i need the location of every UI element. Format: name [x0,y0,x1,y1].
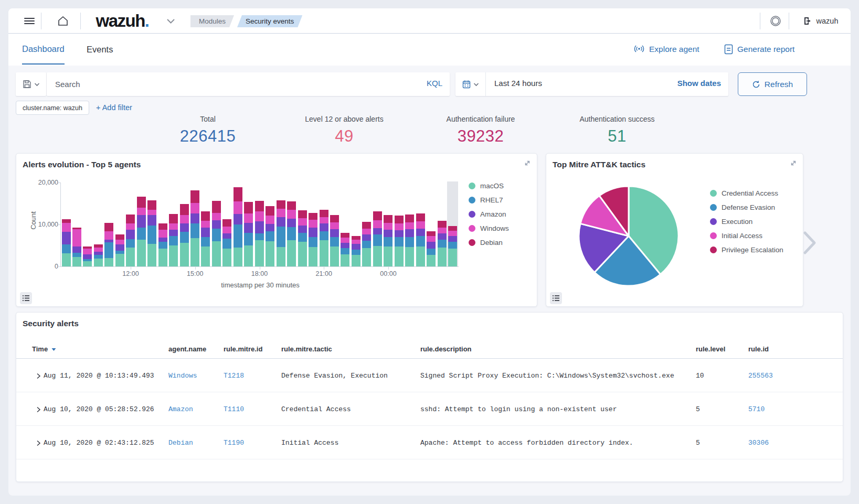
generate-report-label: Generate report [737,45,794,54]
column-header-time[interactable]: Time [32,345,56,353]
bar-segment-Windows [362,229,371,234]
x-axis [58,266,459,267]
bar-segment-macOS [222,249,231,266]
bar-02:00[interactable] [426,183,437,266]
bar-segment-macOS [395,246,404,266]
chevron-down-icon[interactable] [162,8,179,34]
add-filter-button[interactable]: + Add filter [96,103,132,112]
legend-item-execution[interactable]: Execution [710,215,783,229]
bar-segment-Debian [222,219,231,227]
refresh-button[interactable]: Refresh [738,72,807,96]
inspect-data-button[interactable] [20,292,32,304]
bar-01:30[interactable] [415,183,426,266]
bar-12:30[interactable] [136,183,146,266]
bar-21:00[interactable] [319,183,329,266]
bar-14:30[interactable] [179,183,189,266]
legend-item-privilege-escalation[interactable]: Privilege Escalation [710,243,783,257]
expand-row-icon[interactable] [36,373,41,381]
generate-report-button[interactable]: Generate report [724,34,794,65]
rule-id-link[interactable]: 255563 [748,372,773,380]
bar-17:00[interactable] [232,183,243,266]
bar-09:00[interactable] [61,183,71,266]
bar-13:30[interactable] [157,183,168,266]
tab-dashboard[interactable]: Dashboard [22,34,65,65]
inspect-data-button[interactable] [550,292,562,304]
bar-12:00[interactable] [125,183,136,266]
bar-19:00[interactable] [275,183,286,266]
filter-chip-cluster-name[interactable]: cluster.name: wazuh [16,101,89,115]
bar-16:00[interactable] [211,183,221,266]
legend-item-RHEL7[interactable]: RHEL7 [469,193,509,207]
wazuh-logo[interactable]: wazuh. [88,8,156,34]
bar-02:30[interactable] [437,183,447,266]
bar-segment-Windows [126,223,135,230]
column-header-agent-name: agent.name [168,345,206,353]
bar-22:30[interactable] [351,183,361,266]
bar-03:00[interactable] [448,183,458,266]
saved-query-button[interactable] [16,72,46,96]
rule-mitre-id-link[interactable]: T1218 [224,372,244,380]
rule-id-link[interactable]: 30306 [748,439,769,447]
breadcrumb-modules[interactable]: Modules [190,15,234,27]
bar-10:30[interactable] [93,183,103,266]
explore-agent-button[interactable]: Explore agent [633,34,699,65]
x-tick-label: 00:00 [373,270,404,277]
bar-20:30[interactable] [308,183,319,266]
expand-row-icon[interactable] [36,440,41,448]
bar-18:00[interactable] [254,183,264,266]
bar-00:00[interactable] [383,183,394,266]
bar-segment-Windows [72,229,81,247]
expand-row-icon[interactable] [36,406,41,415]
legend-item-Windows[interactable]: Windows [469,221,509,235]
bar-23:30[interactable] [372,183,383,266]
agent-name-link[interactable]: Windows [168,372,197,380]
bar-10:00[interactable] [82,183,93,266]
home-icon[interactable] [48,8,78,34]
menu-icon[interactable] [18,8,41,34]
agent-name-link[interactable]: Debian [168,439,193,447]
search-input[interactable] [47,72,450,96]
rule-id-link[interactable]: 5710 [748,405,765,413]
expand-icon[interactable] [523,159,532,167]
calendar-button[interactable] [455,72,486,96]
next-panel-chevron-icon[interactable] [801,230,819,256]
bar-14:00[interactable] [168,183,179,266]
rule-mitre-id-link[interactable]: T1190 [224,439,244,447]
user-menu[interactable]: wazuh [796,8,846,34]
bar-18:30[interactable] [265,183,275,266]
bar-23:00[interactable] [362,183,372,266]
bar-15:30[interactable] [200,183,211,266]
agent-name-link[interactable]: Amazon [168,405,193,413]
breadcrumb-security-events[interactable]: Security events [237,15,302,27]
bar-09:30[interactable] [71,183,82,266]
time-range-value[interactable]: Last 24 hours [494,79,542,88]
bar-16:30[interactable] [222,183,232,266]
expand-icon[interactable] [789,159,798,167]
legend-item-credential-access[interactable]: Credential Access [710,186,783,200]
bar-17:30[interactable] [243,183,254,266]
legend-item-macOS[interactable]: macOS [469,179,509,193]
bar-22:00[interactable] [340,183,351,266]
bar-13:00[interactable] [147,183,157,266]
bar-19:30[interactable] [287,183,297,266]
health-check-icon[interactable] [764,8,787,34]
bar-20:00[interactable] [297,183,307,266]
pie-chart-legend: Credential AccessDefense EvasionExecutio… [710,186,783,257]
bar-01:00[interactable] [405,183,415,266]
rule-mitre-id-link[interactable]: T1110 [224,405,244,413]
bar-00:30[interactable] [394,183,404,266]
bar-segment-Windows [373,220,382,228]
kql-selector[interactable]: KQL [427,79,442,88]
tab-events[interactable]: Events [87,34,113,65]
legend-item-Debian[interactable]: Debian [469,235,509,250]
legend-item-defense-evasion[interactable]: Defense Evasion [710,200,783,215]
bar-11:30[interactable] [114,183,125,266]
rule-mitre-tactic-cell: Credential Access [281,405,351,413]
bar-15:00[interactable] [190,183,200,266]
bar-11:00[interactable] [104,183,114,266]
legend-item-Amazon[interactable]: Amazon [469,207,509,221]
show-dates-button[interactable]: Show dates [677,79,721,88]
bar-segment-RHEL7 [234,224,242,248]
legend-item-initial-access[interactable]: Initial Access [710,229,783,243]
bar-21:30[interactable] [329,183,340,266]
